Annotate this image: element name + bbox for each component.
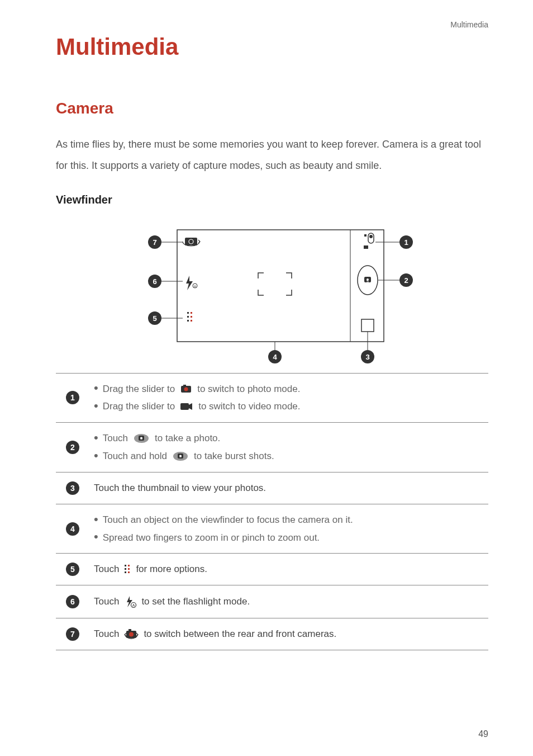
- svg-text:A: A: [132, 603, 135, 607]
- table-row: 3 Touch the thumbnail to view your photo…: [56, 472, 488, 504]
- row5-post: for more options.: [136, 564, 207, 575]
- row4-line1: Touch an object on the viewfinder to foc…: [103, 513, 353, 527]
- flash-auto-icon-diagram: A: [186, 276, 197, 290]
- more-icon-diagram: [187, 312, 192, 322]
- row3-text: Touch the thumbnail to view your photos.: [94, 479, 484, 497]
- row1-line2-post: to switch to video mode.: [198, 400, 300, 413]
- table-row: 7 Touch to switch between the rear and f…: [56, 618, 488, 650]
- video-mode-icon: [180, 402, 193, 411]
- svg-point-36: [184, 388, 188, 391]
- table-row: 2 •Touch S to take a photo. •Touch and h…: [56, 423, 488, 472]
- svg-text:S: S: [140, 437, 142, 440]
- row1-line1-pre: Drag the slider to: [103, 382, 175, 396]
- svg-rect-49: [125, 571, 126, 573]
- svg-rect-47: [125, 565, 126, 566]
- row5-pre: Touch: [94, 564, 119, 575]
- svg-rect-20: [191, 320, 192, 322]
- row2-line1-pre: Touch: [103, 432, 128, 445]
- row-badge-7: 7: [66, 627, 79, 641]
- svg-text:S: S: [179, 455, 182, 458]
- svg-rect-12: [185, 238, 197, 245]
- svg-rect-5: [364, 245, 368, 249]
- shutter-button: S: [358, 266, 378, 295]
- shutter-small-icon: S: [133, 433, 150, 443]
- row2-line1-post: to take a photo.: [155, 432, 220, 445]
- svg-rect-19: [191, 316, 192, 318]
- row6-post: to set the flashlight mode.: [141, 596, 250, 607]
- row7-post: to switch between the rear and front cam…: [144, 629, 336, 640]
- viewfinder-diagram: S A: [56, 220, 488, 365]
- svg-rect-56: [129, 629, 131, 631]
- callout-3: 3: [365, 353, 369, 361]
- callout-4: 4: [273, 353, 277, 361]
- row-badge-1: 1: [66, 391, 79, 404]
- svg-rect-0: [177, 230, 384, 342]
- row1-line2-pre: Drag the slider to: [103, 400, 175, 413]
- svg-rect-15: [187, 312, 189, 314]
- svg-rect-51: [128, 568, 130, 570]
- svg-rect-50: [128, 565, 130, 566]
- more-icon: [124, 564, 131, 575]
- page-title: Multimedia: [56, 34, 488, 60]
- row-badge-3: 3: [66, 481, 79, 495]
- table-row: 4 •Touch an object on the viewfinder to …: [56, 504, 488, 554]
- intro-paragraph: As time flies by, there must be some mem…: [56, 134, 488, 177]
- row2-line2-pre: Touch and hold: [103, 450, 167, 463]
- row-badge-2: 2: [66, 441, 79, 454]
- section-heading-camera: Camera: [56, 100, 488, 117]
- callout-7: 7: [153, 238, 156, 247]
- switch-camera-icon-diagram: [183, 238, 200, 246]
- subheading-viewfinder: Viewfinder: [56, 193, 488, 206]
- svg-rect-18: [191, 312, 192, 314]
- svg-point-57: [129, 632, 134, 637]
- header-section-label: Multimedia: [450, 20, 488, 29]
- callout-5: 5: [153, 314, 156, 323]
- row2-line2-post: to take burst shots.: [194, 450, 274, 463]
- table-row: 1 •Drag the slider to to switch to photo…: [56, 373, 488, 423]
- table-row: 5 Touch for more options.: [56, 554, 488, 585]
- flash-auto-icon: A: [124, 596, 136, 608]
- auto-label: A: [194, 285, 196, 288]
- mode-slider: [364, 233, 374, 249]
- svg-rect-52: [128, 571, 130, 573]
- svg-rect-37: [183, 385, 186, 386]
- svg-rect-38: [180, 403, 189, 410]
- row-badge-5: 5: [66, 563, 79, 576]
- page-number: 49: [478, 729, 488, 739]
- legend-table: 1 •Drag the slider to to switch to photo…: [56, 373, 488, 651]
- svg-rect-2: [364, 234, 367, 237]
- focus-brackets: [258, 273, 292, 295]
- row6-pre: Touch: [94, 596, 119, 607]
- gallery-thumb: [361, 319, 374, 338]
- svg-rect-17: [187, 320, 189, 322]
- shutter-small-icon: S: [172, 451, 189, 461]
- switch-camera-icon: [124, 629, 139, 640]
- svg-point-4: [369, 235, 373, 238]
- row-badge-4: 4: [66, 522, 79, 536]
- row1-line1-post: to switch to photo mode.: [197, 382, 300, 396]
- row-badge-6: 6: [66, 595, 79, 608]
- table-row: 6 Touch A to set the flashlight mode.: [56, 585, 488, 618]
- svg-text:S: S: [367, 280, 369, 283]
- row7-pre: Touch: [94, 629, 119, 640]
- callout-2: 2: [404, 276, 408, 285]
- svg-rect-16: [187, 316, 189, 318]
- svg-rect-48: [125, 568, 126, 570]
- callout-6: 6: [153, 277, 156, 286]
- svg-rect-10: [361, 319, 374, 332]
- row4-line2: Spread two fingers to zoom in or pinch t…: [103, 531, 320, 545]
- callout-1: 1: [404, 238, 408, 247]
- camera-mode-icon: [180, 384, 192, 394]
